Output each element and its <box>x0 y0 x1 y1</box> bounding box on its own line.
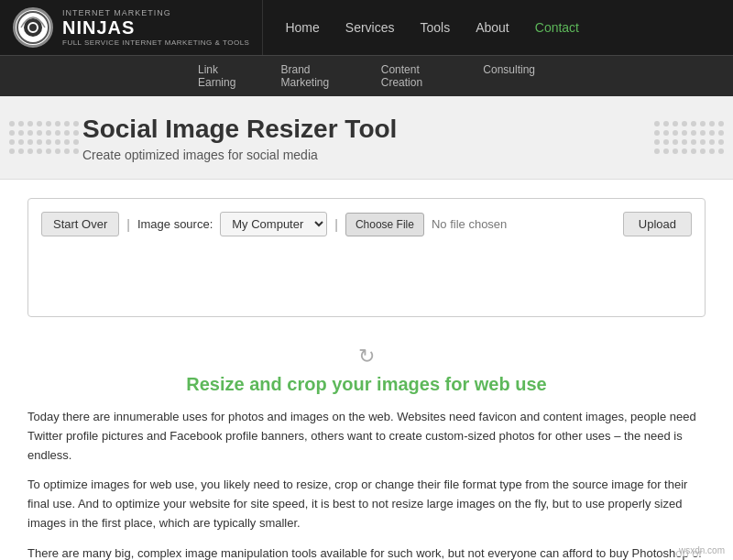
tool-box: Start Over | Image source: My Computer |… <box>27 198 706 317</box>
separator2: | <box>334 217 338 232</box>
logo-text: INTERNET MARKETING NINJAS FULL SERVICE I… <box>62 8 249 47</box>
subnav-consulting[interactable]: Consulting <box>468 56 550 96</box>
separator: | <box>126 217 130 232</box>
refresh-icon: ↻ <box>27 345 706 368</box>
dots-decoration-left <box>9 121 79 154</box>
nav-tools[interactable]: Tools <box>407 0 463 55</box>
tool-area: Start Over | Image source: My Computer |… <box>0 180 733 335</box>
content-para-3: There are many big, complex image manipu… <box>27 544 706 560</box>
page-subtitle: Create optimized images for social media <box>82 148 706 162</box>
header-banner: Social Image Resizer Tool Create optimiz… <box>0 96 733 180</box>
sub-navigation: Link Earning Brand Marketing Content Cre… <box>0 55 733 96</box>
watermark: wsxdn.com <box>676 544 728 556</box>
content-area: ↻ Resize and crop your images for web us… <box>0 345 733 560</box>
choose-file-button[interactable]: Choose File <box>345 213 424 236</box>
dots-decoration-right <box>654 121 724 154</box>
main-nav: Home Services Tools About Contact <box>262 0 601 55</box>
logo-top-text: INTERNET MARKETING <box>62 8 249 17</box>
nav-contact[interactable]: Contact <box>522 0 592 55</box>
subnav-brand-marketing[interactable]: Brand Marketing <box>267 56 366 96</box>
logo-icon <box>13 7 53 48</box>
tool-controls-row: Start Over | Image source: My Computer |… <box>41 212 692 236</box>
svg-point-1 <box>24 18 42 37</box>
source-select[interactable]: My Computer <box>220 212 327 236</box>
page-title: Social Image Resizer Tool <box>82 115 706 144</box>
content-heading: Resize and crop your images for web use <box>27 374 706 395</box>
logo-sub-text: FULL SERVICE INTERNET MARKETING & TOOLS <box>62 38 249 47</box>
nav-about[interactable]: About <box>463 0 522 55</box>
image-source-label: Image source: <box>137 217 213 231</box>
content-para-1: Today there are innumerable uses for pho… <box>27 408 706 465</box>
header-content: Social Image Resizer Tool Create optimiz… <box>82 115 706 162</box>
subnav-content-creation[interactable]: Content Creation <box>366 56 469 96</box>
no-file-text: No file chosen <box>432 217 507 231</box>
logo-main-text: NINJAS <box>62 17 249 38</box>
top-navigation: INTERNET MARKETING NINJAS FULL SERVICE I… <box>0 0 733 55</box>
start-over-button[interactable]: Start Over <box>41 212 119 236</box>
logo-area: INTERNET MARKETING NINJAS FULL SERVICE I… <box>0 0 262 55</box>
nav-home[interactable]: Home <box>272 0 332 55</box>
content-para-2: To optimize images for web use, you like… <box>27 476 706 533</box>
subnav-link-earning[interactable]: Link Earning <box>183 56 267 96</box>
nav-services[interactable]: Services <box>333 0 408 55</box>
upload-button[interactable]: Upload <box>623 212 692 236</box>
